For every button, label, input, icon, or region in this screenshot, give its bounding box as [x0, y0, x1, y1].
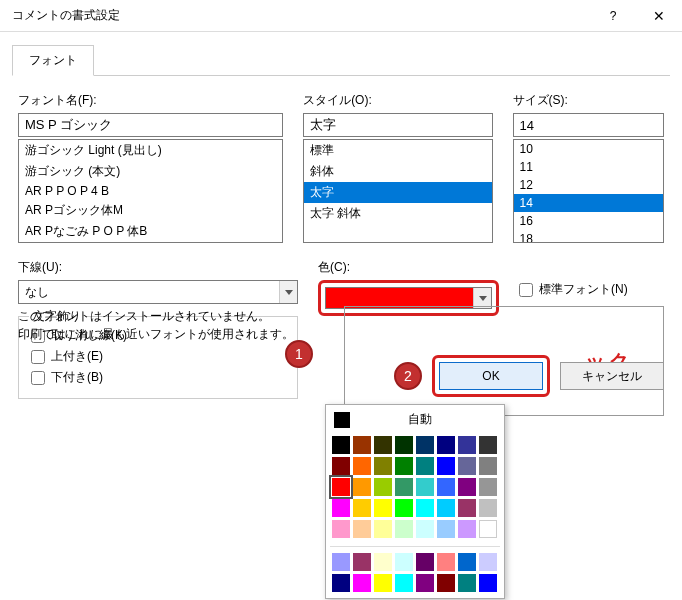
- color-swatch[interactable]: [374, 457, 392, 475]
- color-swatch[interactable]: [395, 553, 413, 571]
- color-swatch[interactable]: [353, 574, 371, 592]
- ok-button[interactable]: OK: [439, 362, 543, 390]
- list-item[interactable]: 11: [514, 158, 664, 176]
- color-swatch[interactable]: [458, 457, 476, 475]
- color-swatch[interactable]: [395, 436, 413, 454]
- font-name-list[interactable]: 游ゴシック Light (見出し)游ゴシック (本文)AR P P O P 4 …: [18, 139, 283, 243]
- list-item[interactable]: 18: [514, 230, 664, 243]
- color-swatch[interactable]: [458, 499, 476, 517]
- color-swatch[interactable]: [479, 520, 497, 538]
- color-swatch[interactable]: [416, 553, 434, 571]
- close-button[interactable]: ✕: [636, 0, 682, 32]
- footer-note: このフォントはインストールされていません。 印刷ではこれに最も近いフォントが使用…: [18, 307, 294, 343]
- color-swatch[interactable]: [332, 520, 350, 538]
- list-item[interactable]: AR Pハイカラ P O P 体H: [19, 242, 282, 243]
- color-swatch[interactable]: [437, 553, 455, 571]
- color-swatch[interactable]: [437, 457, 455, 475]
- color-swatch[interactable]: [374, 499, 392, 517]
- color-swatch[interactable]: [353, 436, 371, 454]
- color-swatch[interactable]: [437, 520, 455, 538]
- subscript-checkbox[interactable]: 下付き(B): [31, 367, 285, 388]
- list-item[interactable]: 斜体: [304, 161, 491, 182]
- color-swatch[interactable]: [332, 553, 350, 571]
- list-item[interactable]: 游ゴシック (本文): [19, 161, 282, 182]
- color-swatch[interactable]: [458, 436, 476, 454]
- list-item[interactable]: 12: [514, 176, 664, 194]
- color-palette-recent[interactable]: [330, 546, 500, 594]
- chevron-down-icon: [479, 296, 487, 301]
- color-swatch[interactable]: [332, 478, 350, 496]
- style-label: スタイル(O):: [303, 92, 492, 109]
- chevron-down-icon: [285, 290, 293, 295]
- color-palette-main[interactable]: [330, 434, 500, 540]
- color-swatch[interactable]: [395, 457, 413, 475]
- color-swatch[interactable]: [458, 553, 476, 571]
- list-item[interactable]: 16: [514, 212, 664, 230]
- color-swatch[interactable]: [437, 574, 455, 592]
- color-swatch[interactable]: [416, 478, 434, 496]
- tab-font[interactable]: フォント: [12, 45, 94, 76]
- color-swatch[interactable]: [332, 499, 350, 517]
- list-item[interactable]: 太字 斜体: [304, 203, 491, 224]
- color-swatch[interactable]: [332, 574, 350, 592]
- underline-dropdown-button[interactable]: [279, 281, 297, 303]
- color-swatch[interactable]: [374, 478, 392, 496]
- color-swatch[interactable]: [395, 520, 413, 538]
- color-swatch[interactable]: [353, 478, 371, 496]
- color-swatch[interactable]: [437, 436, 455, 454]
- cancel-button[interactable]: キャンセル: [560, 362, 664, 390]
- size-input[interactable]: [513, 113, 665, 137]
- color-swatch[interactable]: [479, 499, 497, 517]
- color-swatch[interactable]: [374, 574, 392, 592]
- color-swatch[interactable]: [395, 499, 413, 517]
- color-swatch[interactable]: [395, 478, 413, 496]
- color-swatch[interactable]: [416, 436, 434, 454]
- close-icon: ✕: [653, 8, 665, 24]
- color-swatch[interactable]: [479, 574, 497, 592]
- color-swatch[interactable]: [416, 457, 434, 475]
- color-swatch[interactable]: [479, 436, 497, 454]
- size-list[interactable]: 101112141618: [513, 139, 665, 243]
- auto-color-label: 自動: [358, 411, 496, 428]
- list-item[interactable]: 14: [514, 194, 664, 212]
- color-swatch[interactable]: [416, 499, 434, 517]
- list-item[interactable]: 游ゴシック Light (見出し): [19, 140, 282, 161]
- color-swatch[interactable]: [437, 499, 455, 517]
- list-item[interactable]: 標準: [304, 140, 491, 161]
- color-auto-option[interactable]: 自動: [330, 409, 500, 434]
- color-swatch[interactable]: [479, 457, 497, 475]
- color-swatch[interactable]: [395, 574, 413, 592]
- color-swatch[interactable]: [332, 457, 350, 475]
- list-item[interactable]: 太字: [304, 182, 491, 203]
- color-swatch[interactable]: [416, 574, 434, 592]
- color-swatch[interactable]: [353, 553, 371, 571]
- color-swatch[interactable]: [374, 553, 392, 571]
- list-item[interactable]: AR Pゴシック体M: [19, 200, 282, 221]
- help-button[interactable]: ?: [590, 0, 636, 32]
- color-dropdown-button[interactable]: [473, 288, 491, 308]
- color-swatch[interactable]: [437, 478, 455, 496]
- color-swatch[interactable]: [479, 553, 497, 571]
- list-item[interactable]: 10: [514, 140, 664, 158]
- list-item[interactable]: AR Pなごみ P O P 体B: [19, 221, 282, 242]
- underline-combo[interactable]: なし: [18, 280, 298, 304]
- color-swatch[interactable]: [458, 520, 476, 538]
- color-swatch[interactable]: [479, 478, 497, 496]
- current-color-swatch: [326, 288, 473, 308]
- color-swatch[interactable]: [374, 436, 392, 454]
- color-swatch[interactable]: [374, 520, 392, 538]
- color-swatch[interactable]: [353, 499, 371, 517]
- color-swatch[interactable]: [458, 574, 476, 592]
- style-list[interactable]: 標準斜体太字太字 斜体: [303, 139, 492, 243]
- style-input[interactable]: [303, 113, 492, 137]
- color-picker-popup[interactable]: 自動: [325, 404, 505, 599]
- superscript-checkbox[interactable]: 上付き(E): [31, 346, 285, 367]
- color-swatch[interactable]: [416, 520, 434, 538]
- font-name-input[interactable]: [18, 113, 283, 137]
- color-swatch[interactable]: [458, 478, 476, 496]
- color-swatch[interactable]: [353, 520, 371, 538]
- normal-font-checkbox[interactable]: 標準フォント(N): [519, 279, 664, 300]
- color-swatch[interactable]: [353, 457, 371, 475]
- color-swatch[interactable]: [332, 436, 350, 454]
- list-item[interactable]: AR P P O P 4 B: [19, 182, 282, 200]
